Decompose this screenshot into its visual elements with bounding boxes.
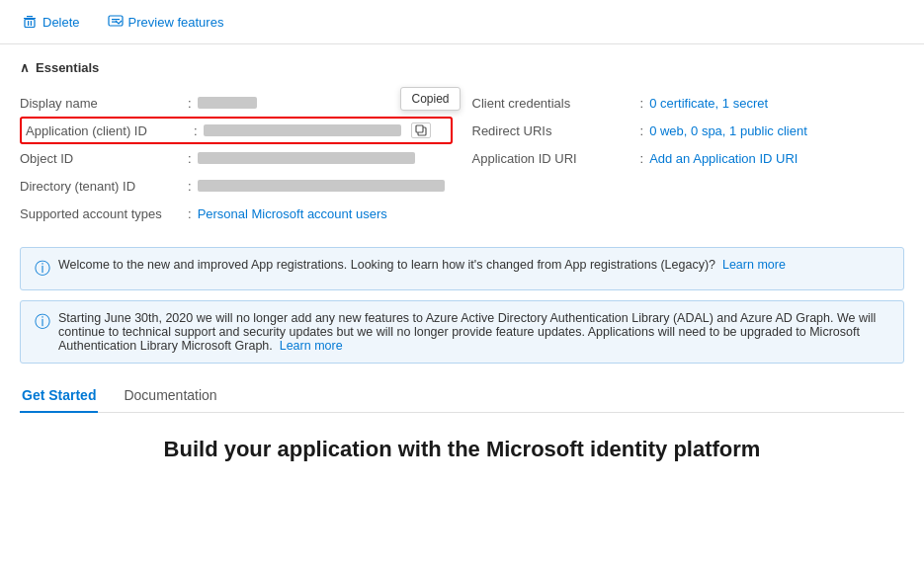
svg-rect-2 [25, 20, 35, 28]
client-credentials-label: Client credentials [472, 96, 640, 111]
tab-documentation[interactable]: Documentation [122, 379, 218, 413]
svg-rect-9 [416, 125, 423, 132]
object-id-label: Object ID [20, 151, 188, 166]
client-credentials-value: 0 certificate, 1 secret [649, 96, 768, 111]
app-client-id-label: Application (client) ID [26, 123, 194, 138]
copied-tooltip: Copied [400, 87, 460, 111]
object-id-row: Object ID : [20, 144, 453, 172]
object-id-value [198, 152, 415, 164]
display-name-row: Display name : [20, 89, 453, 117]
info-icon-1: ⓘ [35, 259, 50, 280]
display-name-blur [198, 97, 257, 109]
display-name-value [198, 97, 257, 109]
svg-rect-6 [112, 19, 120, 20]
preview-features-label: Preview features [128, 15, 224, 30]
banner1-learn-more-link[interactable]: Learn more [722, 258, 786, 272]
supported-account-types-label: Supported account types [20, 206, 188, 221]
essentials-grid: Display name : Application (client) ID : [20, 89, 904, 227]
fields-left: Display name : Application (client) ID : [20, 89, 453, 227]
supported-account-types-link[interactable]: Personal Microsoft account users [198, 206, 387, 221]
toolbar: Delete Preview features [0, 0, 924, 44]
supported-account-types-value: Personal Microsoft account users [198, 206, 387, 221]
banner2-learn-more-link[interactable]: Learn more [280, 339, 343, 353]
essentials-header[interactable]: ∧ Essentials [20, 60, 904, 75]
delete-icon [22, 14, 38, 30]
fields-right: Client credentials : 0 certificate, 1 se… [472, 89, 905, 227]
delete-label: Delete [42, 15, 80, 30]
tabs-row: Get Started Documentation [20, 379, 904, 413]
app-id-uri-value: Add an Application ID URI [649, 151, 798, 166]
tab-get-started[interactable]: Get Started [20, 379, 98, 413]
redirect-uris-row: Redirect URIs : 0 web, 0 spa, 1 public c… [472, 117, 905, 144]
directory-tenant-id-row: Directory (tenant) ID : [20, 172, 453, 200]
banner2-text: Starting June 30th, 2020 we will no long… [58, 311, 889, 353]
app-id-uri-label: Application ID URI [472, 151, 640, 166]
svg-rect-3 [28, 21, 29, 26]
directory-id-blur [198, 180, 445, 192]
banner1-text: Welcome to the new and improved App regi… [58, 258, 786, 272]
redirect-uris-value: 0 web, 0 spa, 1 public client [649, 123, 807, 138]
client-credentials-row: Client credentials : 0 certificate, 1 se… [472, 89, 905, 117]
svg-rect-4 [31, 21, 32, 26]
add-app-id-uri-link[interactable]: Add an Application ID URI [649, 151, 798, 166]
essentials-title: Essentials [36, 60, 99, 75]
redirect-uris-link[interactable]: 0 web, 0 spa, 1 public client [649, 123, 807, 138]
app-client-id-value [204, 122, 431, 138]
preview-features-button[interactable]: Preview features [102, 10, 230, 34]
info-banner-1: ⓘ Welcome to the new and improved App re… [20, 247, 904, 290]
client-credentials-link[interactable]: 0 certificate, 1 secret [649, 96, 768, 111]
chevron-up-icon: ∧ [20, 60, 30, 75]
directory-tenant-value [198, 180, 445, 192]
redirect-uris-label: Redirect URIs [472, 123, 640, 138]
copy-app-id-button[interactable] [411, 122, 431, 138]
object-id-blur [198, 152, 415, 164]
app-id-blur [204, 124, 401, 136]
page-title: Build your application with the Microsof… [20, 437, 904, 462]
supported-account-types-row: Supported account types : Personal Micro… [20, 200, 453, 227]
directory-tenant-label: Directory (tenant) ID [20, 179, 188, 194]
delete-button[interactable]: Delete [16, 10, 86, 34]
main-content: ∧ Essentials Display name : Application … [0, 44, 924, 478]
preview-icon [108, 14, 124, 30]
info-icon-2: ⓘ [35, 312, 50, 333]
app-id-uri-row: Application ID URI : Add an Application … [472, 144, 905, 172]
info-banner-2: ⓘ Starting June 30th, 2020 we will no lo… [20, 300, 904, 364]
display-name-label: Display name [20, 96, 188, 111]
app-client-id-row: Application (client) ID : Copied [20, 117, 453, 144]
svg-rect-1 [27, 16, 33, 17]
